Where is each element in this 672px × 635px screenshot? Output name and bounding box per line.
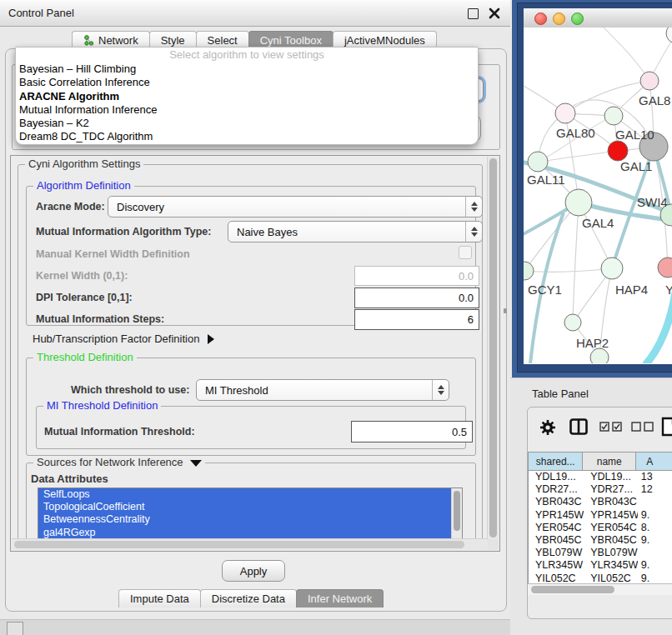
table-cell: YPR145W <box>529 509 584 522</box>
network-node-y[interactable] <box>658 258 672 278</box>
table-column-header[interactable]: name <box>583 452 636 470</box>
table-horizontal-scrollbar[interactable] <box>528 583 672 595</box>
table-cell: YBR045C <box>584 534 638 547</box>
close-icon[interactable] <box>489 8 500 19</box>
data-attributes-list[interactable]: SelfLoopsTopologicalCoefficientBetweenne… <box>38 488 463 540</box>
table-cell <box>638 496 672 508</box>
tab-discretize-data[interactable]: Discretize Data <box>200 589 297 608</box>
network-node-hap2[interactable] <box>564 314 581 331</box>
columns-icon[interactable] <box>569 418 588 435</box>
network-node-gal80[interactable] <box>555 103 575 123</box>
select-checked-icon[interactable] <box>599 422 623 432</box>
network-node-hap4[interactable] <box>601 258 623 279</box>
network-node-gcy1[interactable] <box>524 262 534 280</box>
mi-threshold-group-title: MI Threshold Definition <box>43 399 161 412</box>
aracne-mode-select[interactable]: Discovery <box>108 196 483 218</box>
mi-threshold-label: Mutual Information Threshold: <box>44 426 195 438</box>
tab-label: Discretize Data <box>212 590 285 608</box>
which-threshold-select[interactable]: MI Threshold <box>196 379 449 401</box>
algorithm-option[interactable]: Dream8 DC_TDC Algorithm <box>16 130 478 143</box>
sources-group-title[interactable]: Sources for Network Inference <box>33 456 205 468</box>
data-attributes-label: Data Attributes <box>31 472 108 485</box>
minimized-panel-icon[interactable] <box>7 622 23 635</box>
table-cell: 9. <box>638 559 672 572</box>
scrollbar-thumb[interactable] <box>14 541 464 548</box>
network-graph[interactable]: GAL8GAL80GAL10GAL1GAL11GAL4SWI4GCY1HAP4Y… <box>524 28 672 363</box>
algorithm-option[interactable]: Bayesian – Hill Climbing <box>16 62 478 76</box>
manual-kernel-checkbox[interactable] <box>459 246 472 259</box>
table-cell: YER054C <box>529 522 584 534</box>
table-row[interactable]: YBL079WYBL079W <box>529 547 672 559</box>
network-edge <box>645 292 672 363</box>
document-icon[interactable] <box>661 417 672 437</box>
expand-arrow-icon <box>208 334 214 344</box>
network-node[interactable] <box>666 28 672 43</box>
algorithm-option[interactable]: Mutual Information Inference <box>16 103 478 117</box>
algorithm-option[interactable]: ARACNE Algorithm <box>16 90 478 103</box>
network-window-titlebar[interactable] <box>524 8 672 28</box>
tab-label: Infer Network <box>308 590 372 608</box>
network-node-gal11[interactable] <box>528 152 548 172</box>
mi-steps-field[interactable]: 6 <box>354 309 479 330</box>
network-node[interactable] <box>590 348 609 363</box>
network-node-gal1[interactable] <box>608 141 628 161</box>
apply-button[interactable]: Apply <box>222 560 285 582</box>
attribute-item[interactable]: SelfLoops <box>38 488 462 501</box>
float-icon[interactable] <box>468 8 479 19</box>
gear-icon[interactable] <box>539 419 556 436</box>
table-cell: 9. <box>638 509 672 522</box>
kernel-width-label: Kernel Width (0,1): <box>36 270 128 282</box>
table-column-header[interactable]: A <box>636 452 672 470</box>
scrollbar-thumb[interactable] <box>531 586 614 593</box>
tab-infer-network[interactable]: Infer Network <box>296 589 384 608</box>
table-cell <box>638 547 672 559</box>
table-row[interactable]: YER054CYER054C8. <box>529 522 672 534</box>
minimize-traffic-light-icon[interactable] <box>553 12 565 25</box>
table-row[interactable]: YPR145WYPR145W9. <box>529 509 672 522</box>
algorithm-option[interactable]: Bayesian – K2 <box>16 117 478 130</box>
network-node-label: GAL1 <box>620 159 652 173</box>
table-row[interactable]: YLR345WYLR345W9. <box>529 559 672 572</box>
sources-title-text: Sources for Network Inference <box>37 456 183 468</box>
table-cell: YBR043C <box>584 496 638 508</box>
network-node-gal8[interactable] <box>640 72 659 90</box>
network-node-gal10[interactable] <box>604 107 623 125</box>
settings-vertical-scrollbar[interactable] <box>487 157 499 539</box>
network-view-window[interactable]: GAL8GAL80GAL10GAL1GAL11GAL4SWI4GCY1HAP4Y… <box>517 2 672 372</box>
dpi-tolerance-field[interactable]: 0.0 <box>354 288 479 308</box>
hub-definition-toggle[interactable]: Hub/Transcription Factor Definition <box>33 332 214 345</box>
mi-type-select[interactable]: Naive Bayes <box>228 221 483 242</box>
select-unchecked-icon[interactable] <box>631 422 654 432</box>
table-header-row: shared...nameA <box>529 452 672 471</box>
table-row[interactable]: YBR045CYBR045C9. <box>529 534 672 547</box>
mi-threshold-field[interactable]: 0.5 <box>351 421 473 442</box>
attribute-item[interactable]: TopologicalCoefficient <box>38 501 462 513</box>
algorithm-option[interactable]: Basic Correlation Inference <box>16 76 478 89</box>
table-row[interactable]: YDR27...YDR27...12 <box>529 483 672 496</box>
network-edge <box>524 268 612 272</box>
table-column-header[interactable]: shared... <box>529 452 583 470</box>
attributes-list-scrollbar[interactable] <box>451 488 462 539</box>
table-row[interactable]: YBR043CYBR043C <box>529 496 672 508</box>
table-cell: YIL052C <box>529 572 584 585</box>
network-node-gal4[interactable] <box>565 189 592 216</box>
attribute-item[interactable]: BetweennessCentrality <box>38 513 462 526</box>
attribute-item[interactable]: gal4RGexp <box>38 527 462 539</box>
settings-horizontal-scrollbar[interactable] <box>12 538 488 550</box>
tab-impute-data[interactable]: Impute Data <box>118 589 201 608</box>
dpi-tolerance-label: DPI Tolerance [0,1]: <box>36 292 133 303</box>
which-threshold-value: MI Threshold <box>205 384 268 397</box>
table-row[interactable]: YIL052CYIL052C9. <box>529 572 672 585</box>
kernel-width-field[interactable]: 0.0 <box>354 266 479 286</box>
close-traffic-light-icon[interactable] <box>534 12 547 25</box>
table-panel-inner: shared...nameA YDL19...YDL19...13YDR27..… <box>527 407 672 619</box>
control-panel-titlebar: Control Panel <box>0 0 510 27</box>
network-node-label: GCY1 <box>528 282 562 297</box>
splitter-grip[interactable] <box>504 308 507 313</box>
scrollbar-corner <box>488 539 499 550</box>
scrollbar-thumb[interactable] <box>489 158 497 538</box>
table-row[interactable]: YDL19...YDL19...13 <box>529 471 672 483</box>
network-canvas[interactable]: GAL8GAL80GAL10GAL1GAL11GAL4SWI4GCY1HAP4Y… <box>524 28 672 364</box>
zoom-traffic-light-icon[interactable] <box>571 12 584 25</box>
scrollbar-thumb[interactable] <box>454 491 460 531</box>
